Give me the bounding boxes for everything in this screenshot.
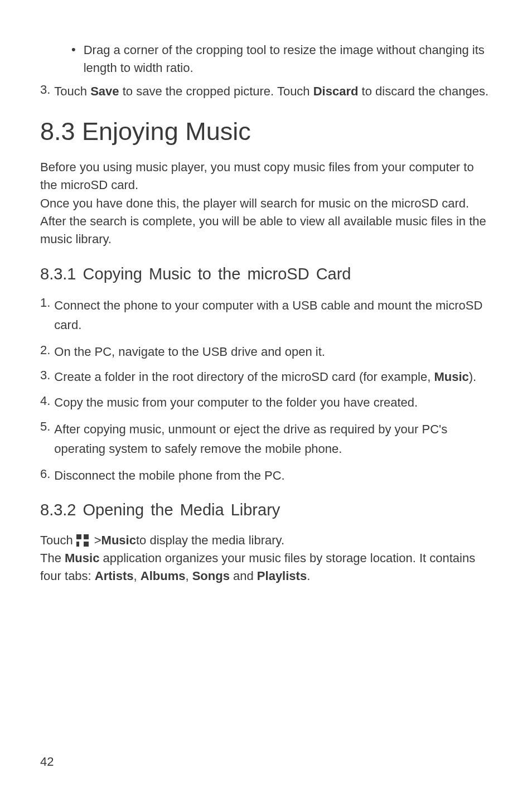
intro-para-2: Once you have done this, the player will…: [40, 195, 493, 248]
text-touch: Touch: [40, 532, 73, 549]
step-number: 5.: [40, 419, 50, 458]
text-rest: to display the media library.: [136, 532, 284, 549]
copy-step-3: 3. Create a folder in the root directory…: [40, 368, 493, 386]
section-heading: 8.3 Enjoying Music: [40, 117, 493, 146]
step-number: 4.: [40, 394, 50, 412]
step-text: Create a folder in the root directory of…: [54, 368, 476, 386]
step-number: 6.: [40, 467, 50, 485]
step-text: On the PC, navigate to the USB drive and…: [54, 343, 325, 361]
step-number: 1.: [40, 296, 50, 335]
intro-para-1: Before you using music player, you must …: [40, 158, 493, 194]
copy-step-1: 1. Connect the phone to your computer wi…: [40, 296, 493, 335]
media-para: The Music application organizes your mus…: [40, 549, 493, 585]
subsection-heading-media: 8.3.2 Opening the Media Library: [40, 501, 493, 519]
copy-step-4: 4. Copy the music from your computer to …: [40, 394, 493, 412]
bullet-item: • Drag a corner of the cropping tool to …: [71, 41, 493, 77]
subsection-heading-copying: 8.3.1 Copying Music to the microSD Card: [40, 265, 493, 283]
step-number: 3.: [40, 83, 50, 100]
text-gt: >: [94, 532, 101, 549]
step-text: Touch Save to save the cropped picture. …: [54, 83, 489, 100]
apps-grid-icon: [76, 534, 89, 547]
text-music-bold: Music: [101, 532, 136, 549]
step-number: 2.: [40, 343, 50, 361]
step-3: 3. Touch Save to save the cropped pictur…: [40, 83, 493, 100]
step-text: Connect the phone to your computer with …: [54, 296, 493, 335]
page-number: 42: [40, 755, 54, 769]
bullet-text: Drag a corner of the cropping tool to re…: [84, 41, 493, 77]
step-text: After copying music, unmount or eject th…: [54, 419, 493, 458]
step-text: Disconnect the mobile phone from the PC.: [54, 467, 284, 485]
step-text: Copy the music from your computer to the…: [54, 394, 418, 412]
bullet-marker: •: [71, 42, 76, 77]
media-touch-line: Touch > Music to display the media libra…: [40, 532, 493, 549]
step-number: 3.: [40, 368, 50, 386]
copy-step-2: 2. On the PC, navigate to the USB drive …: [40, 343, 493, 361]
copy-step-6: 6. Disconnect the mobile phone from the …: [40, 467, 493, 485]
copy-step-5: 5. After copying music, unmount or eject…: [40, 419, 493, 458]
